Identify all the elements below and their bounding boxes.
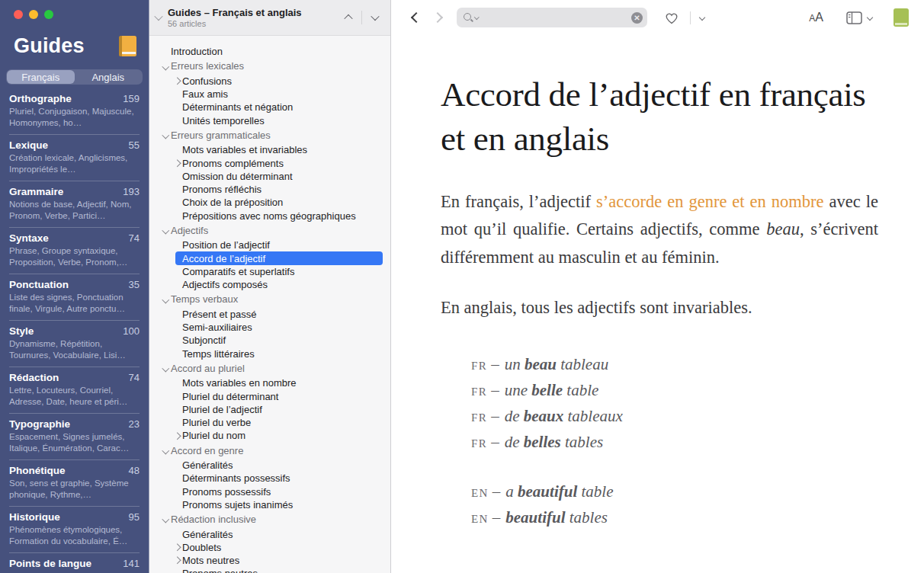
tree-item[interactable]: Position de l’adjectif	[149, 238, 390, 251]
tree-item[interactable]: Pronoms neutres	[149, 567, 390, 573]
tree-item[interactable]: Prépositions avec noms géographiques	[149, 210, 390, 222]
tree-item[interactable]: Pluriel du déterminant	[149, 389, 390, 402]
tree-item[interactable]: Introduction	[149, 45, 390, 58]
app-window: Guides Français Anglais Orthographe 159 …	[0, 0, 924, 573]
minimize-button[interactable]	[29, 10, 38, 19]
tree-item[interactable]: Comparatifs et superlatifs	[149, 265, 390, 278]
tree-item-label: Erreurs grammaticales	[171, 130, 271, 141]
tree-item[interactable]: Pluriel de l’adjectif	[149, 403, 390, 416]
disclosure-chevron-icon[interactable]	[161, 64, 171, 69]
tree-item[interactable]: Rédaction inclusive	[149, 513, 390, 526]
tree-item[interactable]: Généralités	[149, 527, 390, 540]
previous-article-button[interactable]	[345, 14, 351, 21]
disclosure-chevron-icon[interactable]	[161, 133, 171, 138]
tree-item[interactable]: Erreurs lexicales	[149, 59, 390, 72]
tree-item[interactable]: Pluriel du nom	[149, 429, 390, 442]
disclosure-chevron-icon[interactable]	[161, 448, 171, 453]
example-text: table	[577, 482, 613, 501]
category-item[interactable]: Ponctuation 35 Liste des signes, Ponctua…	[4, 274, 145, 320]
tree-item[interactable]: Généralités	[149, 459, 390, 472]
tree-item[interactable]: Pronoms réfléchis	[149, 183, 390, 196]
category-count: 74	[129, 232, 140, 244]
category-item[interactable]: Lexique 55 Création lexicale, Anglicisme…	[4, 134, 145, 181]
tree-item[interactable]: Pluriel du verbe	[149, 416, 390, 429]
language-tab-label: Anglais	[91, 72, 124, 83]
tree-item[interactable]: Présent et passé	[149, 308, 390, 321]
disclosure-chevron-icon[interactable]	[172, 558, 182, 563]
tree-item[interactable]: Pronoms sujets inanimés	[149, 498, 390, 511]
disclosure-chevron-icon[interactable]	[161, 517, 171, 522]
close-button[interactable]	[14, 10, 23, 19]
disclosure-chevron-icon[interactable]	[172, 161, 182, 166]
tree-item[interactable]: Omission du déterminant	[149, 170, 390, 183]
heart-icon	[664, 11, 679, 25]
disclosure-chevron-icon[interactable]	[172, 434, 182, 439]
text-size-large-a: A	[815, 11, 823, 24]
tree-item[interactable]: Accord en genre	[149, 444, 390, 457]
collapse-chevron-icon[interactable]	[154, 12, 162, 21]
tree-item[interactable]: Confusions	[149, 75, 390, 88]
tree-item-label: Comparatifs et superlatifs	[182, 266, 294, 277]
favorites-menu-button[interactable]	[700, 15, 704, 20]
tree-item-label: Subjonctif	[182, 335, 226, 346]
zoom-button[interactable]	[44, 10, 53, 19]
tree-item[interactable]: Accord de l’adjectif	[149, 251, 390, 264]
reading-pane-menu-button[interactable]	[868, 15, 872, 20]
tree-item[interactable]: Choix de la préposition	[149, 196, 390, 209]
tree-item[interactable]: Déterminants et négation	[149, 101, 390, 114]
reading-pane-button[interactable]	[846, 11, 862, 24]
forward-button[interactable]	[434, 14, 441, 21]
tree-item[interactable]: Semi-auxiliaires	[149, 321, 390, 334]
english-guide-book-icon[interactable]	[894, 8, 909, 27]
text-size-button[interactable]: AA	[809, 11, 823, 24]
tree-item[interactable]: Pronoms possessifs	[149, 485, 390, 498]
tree-item[interactable]: Subjonctif	[149, 334, 390, 347]
tree-item[interactable]: Adjectifs composés	[149, 278, 390, 291]
tree-item-label: Omission du déterminant	[182, 171, 293, 182]
disclosure-chevron-icon[interactable]	[161, 297, 171, 303]
language-tab[interactable]: Français	[7, 70, 75, 84]
favorite-button[interactable]	[664, 11, 679, 25]
category-item[interactable]: Typographie 23 Espacement, Signes jumelé…	[4, 413, 145, 459]
category-item[interactable]: Points de langue 141 Redoublement de mot…	[4, 552, 145, 573]
tree-item[interactable]: Accord au pluriel	[149, 362, 390, 375]
tree-item[interactable]: Temps verbaux	[149, 293, 390, 306]
back-button[interactable]	[412, 14, 420, 21]
tree-item[interactable]: Erreurs grammaticales	[149, 129, 390, 142]
tree-item[interactable]: Pronoms compléments	[149, 156, 390, 169]
search-scope-chevron-icon[interactable]	[474, 14, 479, 19]
category-item[interactable]: Historique 95 Phénomènes étymologiques, …	[4, 506, 145, 552]
language-tag: FR	[471, 386, 487, 398]
tree-item[interactable]: Doublets	[149, 541, 390, 554]
category-item[interactable]: Orthographe 159 Pluriel, Conjugaison, Ma…	[4, 88, 145, 134]
disclosure-chevron-icon[interactable]	[172, 78, 182, 84]
tree-item[interactable]: Déterminants possessifs	[149, 472, 390, 485]
language-tab[interactable]: Anglais	[75, 70, 143, 84]
tree-item[interactable]: Unités temporelles	[149, 114, 390, 126]
category-item[interactable]: Syntaxe 74 Phrase, Groupe syntaxique, Pr…	[4, 227, 145, 274]
tree-item[interactable]: Faux amis	[149, 88, 390, 101]
tree-item[interactable]: Adjectifs	[149, 224, 390, 237]
clear-search-button[interactable]: ✕	[631, 12, 643, 24]
category-description: Liste des signes, Ponctuation finale, Vi…	[9, 292, 140, 314]
tree-panel-subtitle: 56 articles	[168, 19, 302, 28]
tree-item-label: Pluriel de l’adjectif	[182, 404, 262, 415]
search-input[interactable]	[482, 12, 632, 24]
category-item[interactable]: Rédaction 74 Lettre, Locuteurs, Courriel…	[4, 367, 145, 413]
category-item[interactable]: Phonétique 48 Son, sens et graphie, Syst…	[4, 459, 145, 506]
disclosure-chevron-icon[interactable]	[172, 545, 182, 550]
text-size-small-a: A	[809, 13, 815, 24]
article-view: Accord de l’adjectif en français et en a…	[391, 35, 924, 573]
tree-item[interactable]: Mots variables en nombre	[149, 376, 390, 389]
chevron-down-icon	[699, 14, 705, 21]
disclosure-chevron-icon[interactable]	[161, 228, 171, 233]
next-article-button[interactable]	[372, 14, 378, 21]
article-link[interactable]: s’accorde en genre et en nombre	[596, 192, 824, 211]
tree-item[interactable]: Mots neutres	[149, 554, 390, 567]
category-item[interactable]: Style 100 Dynamisme, Répétition, Tournur…	[4, 320, 145, 367]
tree-item[interactable]: Temps littéraires	[149, 347, 390, 360]
tree-item[interactable]: Mots variables et invariables	[149, 143, 390, 156]
category-item[interactable]: Grammaire 193 Notions de base, Adjectif,…	[4, 181, 145, 227]
disclosure-chevron-icon[interactable]	[161, 366, 171, 371]
search-field[interactable]: ✕	[457, 8, 647, 27]
